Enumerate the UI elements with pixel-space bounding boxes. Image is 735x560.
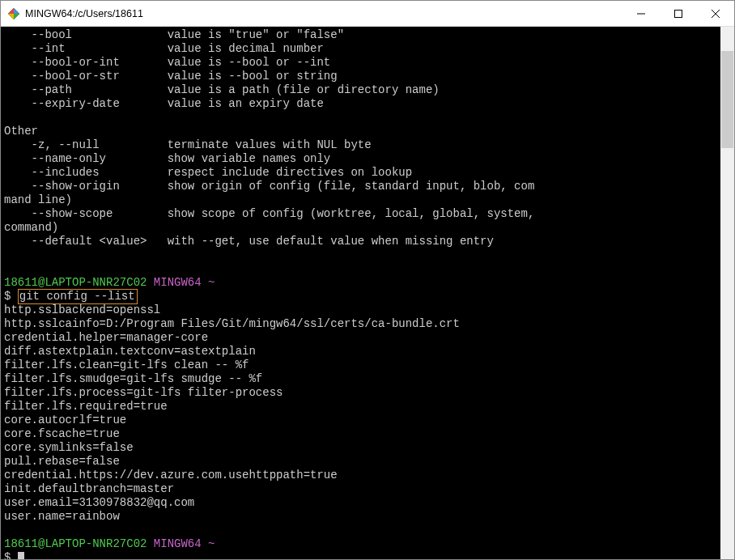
app-icon [7, 7, 20, 20]
prompt-user: 18611@LAPTOP-NNR27C02 [4, 276, 147, 289]
prompt-tilde: ~ [208, 276, 215, 289]
minimize-button[interactable] [622, 1, 660, 26]
title-bar[interactable]: MINGW64:/c/Users/18611 [1, 1, 734, 27]
terminal-cursor [18, 552, 24, 559]
command-highlight: git config --list [18, 289, 138, 304]
prompt-user: 18611@LAPTOP-NNR27C02 [4, 537, 147, 550]
window-title: MINGW64:/c/Users/18611 [25, 8, 622, 19]
window-controls [622, 1, 734, 26]
prompt-mingw: MINGW64 [154, 276, 202, 289]
close-button[interactable] [697, 1, 734, 26]
svg-marker-2 [14, 14, 19, 19]
prompt-mingw: MINGW64 [154, 537, 202, 550]
scrollbar-thumb[interactable] [721, 51, 733, 148]
scrollbar[interactable] [720, 27, 734, 559]
terminal-container: --bool value is "true" or "false" --int … [1, 27, 734, 559]
prompt-tilde: ~ [208, 537, 215, 550]
maximize-button[interactable] [660, 1, 697, 26]
terminal-output[interactable]: --bool value is "true" or "false" --int … [1, 27, 720, 559]
svg-marker-4 [8, 8, 14, 14]
svg-rect-6 [675, 10, 682, 17]
application-window: MINGW64:/c/Users/18611 --bool value is "… [0, 0, 735, 560]
